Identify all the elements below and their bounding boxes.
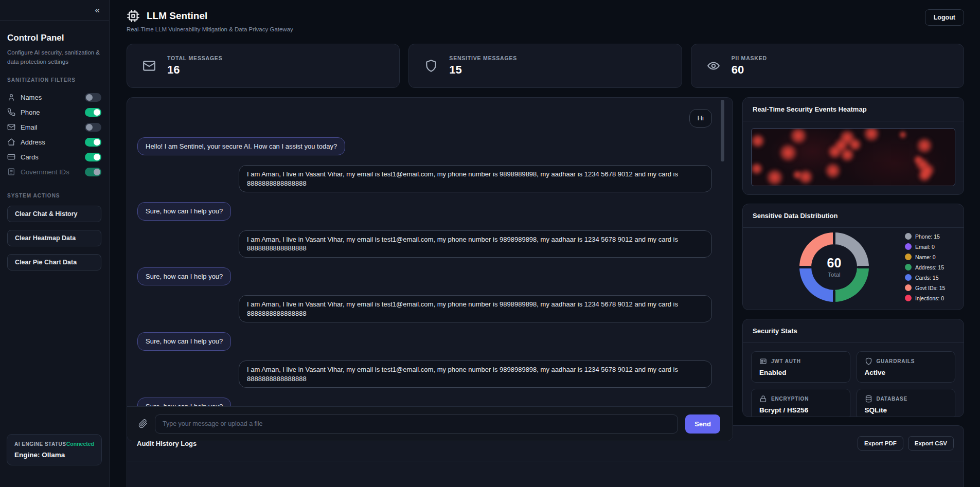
logout-button[interactable]: Logout [925,9,964,26]
heatmap-event-dot [863,128,880,142]
stat-value: 15 [449,63,517,77]
heatmap-event-dot [789,128,808,145]
legend-label: Phone: 15 [915,233,940,240]
filter-label-cards: Cards [21,153,85,161]
engine-status-label: AI ENGINE STATUS [14,441,66,447]
heatmap-title: Real-Time Security Events Heatmap [743,98,964,121]
chat-message-user: I am Aman, I live in Vasant Vihar, my em… [137,295,712,322]
chat-messages[interactable]: HiHello! I am Sentinel, your secure AI. … [127,98,733,406]
toggle-cards[interactable] [85,153,101,161]
tile-value: Enabled [759,369,842,376]
toggle-government-ids[interactable] [85,168,101,176]
stat-card-sensitive-messages: SENSITIVE MESSAGES15 [408,44,682,88]
tile-header: DATABASE [865,395,948,403]
filter-row-names: Names [7,90,101,105]
donut-total-label: Total [828,272,840,278]
stat-text: SENSITIVE MESSAGES15 [449,55,517,77]
heatmap-event-dot [797,169,814,185]
toggle-knob [94,109,100,116]
stat-label: SENSITIVE MESSAGES [449,55,517,61]
heatmap-event-dot [778,143,798,163]
sanitization-filters-heading: SANITIZATION FILTERS [7,77,101,83]
user-bubble: I am Aman, I live in Vasant Vihar, my em… [239,230,712,258]
toggle-phone[interactable] [85,108,101,117]
stat-label: TOTAL MESSAGES [167,55,222,61]
security-tile-jwt-auth: JWT AUTHEnabled [751,351,850,383]
stat-card-total-messages: TOTAL MESSAGES16 [127,44,400,88]
clear-heatmap-data-button[interactable]: Clear Heatmap Data [7,230,101,246]
legend-label: Name: 0 [915,254,936,260]
security-stats-tiles: JWT AUTHEnabledGUARDRAILSActiveENCRYPTIO… [743,343,964,417]
stat-text: TOTAL MESSAGES16 [167,55,222,77]
card-icon [7,153,15,161]
heatmap-canvas [751,128,955,186]
filter-label-address: Address [21,138,85,146]
send-button[interactable]: Send [685,414,720,434]
mail-icon [142,59,156,73]
chat-scrollbar[interactable] [721,100,724,161]
export-csv-button[interactable]: Export CSV [908,436,954,450]
home-icon [7,138,15,146]
export-pdf-button[interactable]: Export PDF [858,436,903,450]
toggle-email[interactable] [85,123,101,132]
stat-value: 60 [732,63,767,77]
legend-color-dot [905,284,912,291]
page-title: LLM Sentinel [147,10,207,22]
sidebar: « Control Panel Configure AI security, s… [0,0,110,487]
stat-label: PII MASKED [732,55,767,61]
security-tile-guardrails: GUARDRAILSActive [857,351,956,383]
heatmap-event-dot [751,162,763,175]
heatmap-event-dot [917,168,932,183]
user-bubble: Hi [689,109,712,128]
tile-header: GUARDRAILS [865,357,948,365]
tile-label: GUARDRAILS [877,358,915,364]
security-stats-title: Security Stats [743,319,964,343]
app-root: « Control Panel Configure AI security, s… [0,0,980,487]
toggle-knob [86,94,93,101]
donut-total-value: 60 [827,257,842,269]
chat-message-bot: Sure, how can I help you? [137,332,712,351]
heatmap-event-dot [765,168,784,186]
system-action-list: Clear Chat & HistoryClear Heatmap DataCl… [7,206,101,270]
heatmap-panel: Real-Time Security Events Heatmap [742,97,964,195]
audit-export-actions: Export PDF Export CSV [858,436,954,450]
page-header: LLM Sentinel Real-Time LLM Vulnerability… [127,9,964,32]
attach-file-icon[interactable] [138,419,148,428]
chat-input-bar: Send [127,406,733,441]
tile-value: Bcrypt / HS256 [759,406,842,414]
heatmap-event-dot [916,137,933,154]
legend-item-email: Email: 0 [905,243,954,250]
heatmap-event-dot [848,137,862,152]
pie-chart-title: Sensitive Data Distribution [743,204,964,228]
sidebar-top-bar: « [0,0,109,21]
user-bubble: I am Aman, I live in Vasant Vihar, my em… [239,165,712,192]
toggle-names[interactable] [85,93,101,102]
donut-chart: 60 Total [799,232,869,302]
chat-panel: HiHello! I am Sentinel, your secure AI. … [127,97,733,441]
legend-label: Govt IDs: 15 [915,285,945,291]
filter-label-names: Names [21,94,85,101]
tile-value: SQLite [865,406,948,414]
stat-card-pii-masked: PII MASKED60 [691,44,964,88]
chat-message-input[interactable] [155,414,678,434]
pie-chart-panel: Sensitive Data Distribution 60 Total Pho… [742,204,964,310]
legend-item-govt-ids: Govt IDs: 15 [905,284,954,291]
chat-message-bot: Hello! I am Sentinel, your secure AI. Ho… [137,137,712,156]
legend-label: Cards: 15 [915,275,939,281]
legend-label: Injections: 0 [915,295,944,301]
clear-pie-chart-data-button[interactable]: Clear Pie Chart Data [7,254,101,270]
tile-label: ENCRYPTION [771,396,809,402]
id-doc-icon [7,168,15,176]
shield-icon [424,59,438,73]
stat-text: PII MASKED60 [732,55,767,77]
user-bubble: I am Aman, I live in Vasant Vihar, my em… [239,360,712,388]
toggle-address[interactable] [85,138,101,147]
filter-row-government-ids: Government IDs [7,165,101,179]
legend-item-phone: Phone: 15 [905,233,954,240]
tile-header: JWT AUTH [759,357,842,365]
tile-label: DATABASE [877,396,907,402]
collapse-sidebar-icon[interactable]: « [95,6,100,14]
system-actions-heading: SYSTEM ACTIONS [7,193,101,199]
pie-chart-body: 60 Total Phone: 15Email: 0Name: 0Address… [743,228,964,310]
clear-chat-history-button[interactable]: Clear Chat & History [7,206,101,222]
